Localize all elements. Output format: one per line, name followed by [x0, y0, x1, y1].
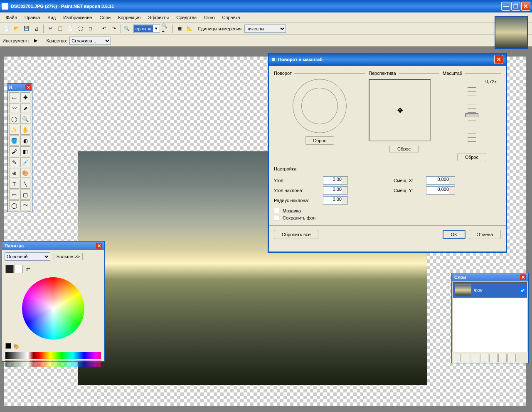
palette-strip-2[interactable] [5, 360, 101, 367]
move-up-icon[interactable] [489, 354, 498, 362]
tools-titlebar[interactable]: И... ✕ [8, 84, 32, 91]
perspective-control[interactable]: ✥ [369, 79, 431, 141]
magic-wand-tool[interactable]: ✨ [9, 125, 19, 135]
menu-tools[interactable]: Средства [173, 14, 200, 21]
line-tool[interactable]: ╲ [20, 179, 30, 189]
lasso-tool[interactable]: 〰 [9, 103, 19, 113]
gradient-tool[interactable]: ◐ [20, 136, 30, 146]
deselect-icon[interactable]: ◻ [86, 25, 94, 33]
tilt-radius-input[interactable]: 0,00 [323, 196, 348, 205]
chevron-down-icon[interactable]: ▾ [153, 26, 160, 31]
cut-icon[interactable]: ✂ [46, 25, 54, 33]
cancel-button[interactable]: Отмена [469, 230, 501, 239]
slider-thumb[interactable] [465, 113, 478, 117]
colors-titlebar[interactable]: Палитра ✕ [2, 242, 104, 250]
brush-tool[interactable]: 🖌 [9, 146, 19, 156]
grid-icon[interactable]: ▦ [175, 25, 184, 33]
reset-all-button[interactable]: Сбросить все [274, 230, 318, 239]
current-tool-icon[interactable]: ▶ [32, 37, 40, 45]
mosaic-checkbox[interactable] [274, 208, 279, 213]
keep-bg-checkbox[interactable] [274, 215, 279, 220]
offset-y-input[interactable]: 0,000 [426, 186, 455, 195]
fill-tool[interactable]: 🪣 [9, 136, 19, 146]
move-tool[interactable]: ✥ [20, 92, 30, 102]
redo-icon[interactable]: ↷ [110, 25, 118, 33]
menu-window[interactable]: Окно [201, 14, 218, 21]
menu-layers[interactable]: Слои [96, 14, 114, 21]
pencil-tool[interactable]: ✎ [9, 157, 19, 167]
colors-close-icon[interactable]: ✕ [96, 243, 102, 249]
new-icon[interactable]: 📄 [2, 25, 11, 33]
zoom-tool[interactable]: 🔍 [20, 114, 30, 124]
secondary-color-swatch[interactable] [15, 265, 23, 273]
units-select[interactable]: пикселы [244, 25, 286, 33]
crop-icon[interactable]: ⛶ [76, 25, 84, 33]
merge-layer-icon[interactable] [480, 354, 488, 362]
tilt-angle-input[interactable]: 0,00 [323, 186, 348, 195]
menu-help[interactable]: Справка [219, 14, 244, 21]
eraser-tool[interactable]: ◧ [20, 146, 30, 156]
dialog-close-icon[interactable]: ✕ [494, 55, 503, 64]
undo-icon[interactable]: ↶ [100, 25, 108, 33]
rect-tool[interactable]: ▭ [9, 190, 19, 200]
picker-tool[interactable]: 💉 [20, 157, 30, 167]
quality-select[interactable]: Сглажива... [69, 37, 111, 45]
layers-titlebar[interactable]: Слои ✕ [452, 273, 528, 281]
paste-icon[interactable]: 📄 [66, 25, 74, 33]
offset-x-input[interactable]: 0,000 [426, 176, 455, 185]
clone-tool[interactable]: ⊕ [9, 168, 19, 178]
ok-button[interactable]: ОК [443, 230, 466, 239]
rect-select-tool[interactable]: ▭ [9, 92, 19, 102]
menu-effects[interactable]: Эффекты [145, 14, 172, 21]
palette-strip[interactable] [5, 352, 101, 359]
copy-icon[interactable]: 📋 [56, 25, 64, 33]
more-button[interactable]: Больше >> [54, 253, 83, 260]
menu-image[interactable]: Изображение [60, 14, 95, 21]
text-tool[interactable]: T [9, 179, 19, 189]
document-thumbnail[interactable] [495, 16, 528, 49]
zoom-out-icon[interactable]: 🔍- [123, 25, 132, 33]
primary-color-swatch[interactable] [5, 265, 14, 273]
print-icon[interactable]: 🖨 [32, 25, 41, 33]
open-icon[interactable]: 📂 [12, 25, 21, 33]
delete-layer-icon[interactable] [462, 354, 470, 362]
add-layer-icon[interactable] [453, 354, 461, 362]
perspective-reset-button[interactable]: Сброс [389, 145, 419, 153]
color-wheel[interactable] [22, 277, 84, 340]
minimize-button[interactable]: — [501, 2, 510, 11]
palette-icon[interactable]: 🎨 [13, 343, 20, 350]
move-selection-tool[interactable]: ⬈ [20, 103, 30, 113]
properties-icon[interactable] [507, 354, 516, 362]
menu-adjust[interactable]: Коррекция [115, 14, 144, 21]
ellipse-tool[interactable]: ◯ [9, 200, 19, 210]
layer-visible-checkbox[interactable] [520, 288, 525, 293]
zoom-combo[interactable]: ер окна ▾ [133, 25, 160, 33]
rotation-wheel[interactable] [293, 79, 347, 133]
rounded-rect-tool[interactable]: ▢ [20, 190, 30, 200]
scale-reset-button[interactable]: Сброс [457, 153, 486, 161]
ruler-icon[interactable]: 📐 [185, 25, 194, 33]
freeform-tool[interactable]: 〜 [20, 200, 30, 210]
menu-edit[interactable]: Правка [21, 14, 43, 21]
layers-close-icon[interactable]: ✕ [520, 274, 526, 280]
rotation-reset-button[interactable]: Сброс [305, 136, 334, 145]
color-mode-select[interactable]: Основной [5, 252, 50, 261]
ellipse-select-tool[interactable]: ◯ [9, 114, 19, 124]
pan-tool[interactable]: ✋ [20, 125, 30, 135]
layer-item[interactable]: Фон [453, 283, 527, 298]
save-icon[interactable]: 💾 [22, 25, 31, 33]
menu-file[interactable]: Файл [2, 14, 20, 21]
recolor-tool[interactable]: 🎨 [20, 168, 30, 178]
tools-close-icon[interactable]: ✕ [25, 84, 31, 90]
dialog-titlebar[interactable]: ⚙ Поворот и масштаб ✕ [269, 53, 506, 66]
scale-slider[interactable] [468, 87, 476, 146]
menu-view[interactable]: Вид [44, 14, 59, 21]
maximize-button[interactable]: ❐ [511, 2, 520, 11]
close-button[interactable]: ✕ [521, 2, 530, 11]
bw-swatch[interactable] [5, 343, 11, 349]
zoom-in-icon[interactable]: 🔍+ [162, 25, 170, 33]
swap-colors-icon[interactable]: ⇄ [24, 265, 32, 273]
move-down-icon[interactable] [498, 354, 507, 362]
duplicate-layer-icon[interactable] [471, 354, 479, 362]
angle-input[interactable]: 0,00 [323, 176, 348, 185]
